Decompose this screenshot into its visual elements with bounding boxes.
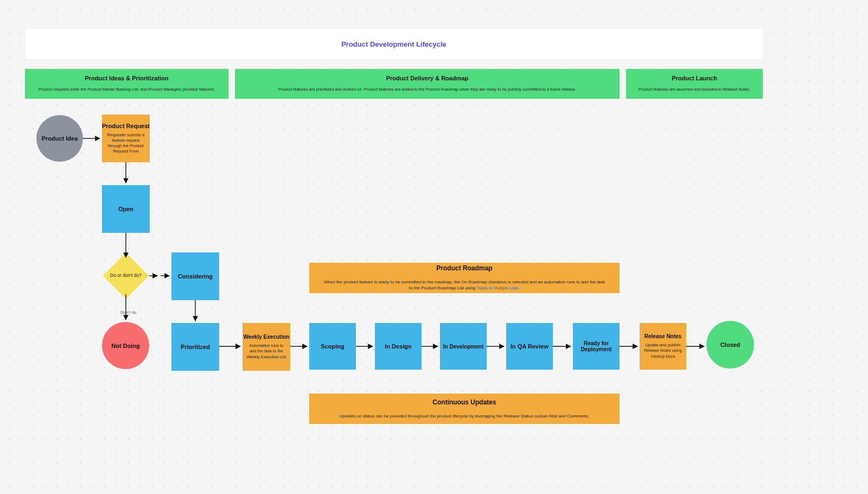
node-title: In Development xyxy=(443,344,483,350)
node-release-notes[interactable]: Release Notes Update and publish Release… xyxy=(640,323,686,370)
phase-title: Product Ideas & Prioritization xyxy=(85,75,168,81)
diagram-title: Product Development Lifecycle xyxy=(25,29,763,59)
node-considering[interactable]: Considering xyxy=(171,252,219,300)
node-in-development[interactable]: In Development xyxy=(440,323,487,370)
decision-diamond: Do or don't do? xyxy=(103,253,149,299)
node-title: Scoping xyxy=(321,343,344,350)
diagram-canvas[interactable]: Product Development Lifecycle Product Id… xyxy=(0,0,868,494)
node-product-request[interactable]: Product Request Requester submits a feat… xyxy=(102,115,150,162)
phase-sub: Product features are launched and includ… xyxy=(635,87,754,92)
diagram-title-text: Product Development Lifecycle xyxy=(341,40,446,48)
node-in-qa-review[interactable]: In QA Review xyxy=(506,323,553,370)
phase-title: Product Launch xyxy=(672,75,717,81)
node-sub: Updates on status can be provided throug… xyxy=(336,414,592,420)
roadmap-link[interactable]: Tasks in Multiple Lists. xyxy=(477,286,520,290)
node-title: Continuous Updates xyxy=(432,398,496,406)
node-title: Weekly Execution xyxy=(244,334,290,340)
phase-title: Product Delivery & Roadmap xyxy=(386,75,469,81)
node-sub: When the product feature is ready to be … xyxy=(319,280,610,292)
node-title: Product Roadmap xyxy=(436,264,492,272)
node-title: Considering xyxy=(178,273,213,280)
phase-sub: Product requests enter the Product Maste… xyxy=(35,87,219,92)
node-sub: Requester submits a feature request thro… xyxy=(102,132,150,155)
phase-ideas: Product Ideas & Prioritization Product r… xyxy=(25,69,228,99)
node-prioritized[interactable]: Prioritized xyxy=(171,323,219,371)
edge-label-dontdo: Don't do xyxy=(120,310,137,315)
node-title: Do or don't do? xyxy=(110,273,142,278)
node-decision[interactable]: Do or don't do? xyxy=(110,259,142,292)
node-title: In Design xyxy=(385,343,412,350)
node-product-roadmap[interactable]: Product Roadmap When the product feature… xyxy=(309,263,620,293)
node-title: Closed xyxy=(720,341,741,348)
node-title: In QA Review xyxy=(510,343,548,350)
node-product-idea[interactable]: Product Idea xyxy=(36,115,83,162)
node-continuous-updates[interactable]: Continuous Updates Updates on status can… xyxy=(309,394,620,424)
phase-sub: Product features are prioritized and wor… xyxy=(275,87,579,92)
node-title: Product Request xyxy=(102,123,150,129)
phase-delivery: Product Delivery & Roadmap Product featu… xyxy=(235,69,620,99)
node-scoping[interactable]: Scoping xyxy=(309,323,356,370)
node-ready-deployment[interactable]: Ready for Deployment xyxy=(573,323,620,370)
node-sub: Automation runs to add the task to the W… xyxy=(242,343,290,359)
phase-launch: Product Launch Product features are laun… xyxy=(626,69,763,99)
node-title: Not Doing xyxy=(111,343,140,349)
node-open[interactable]: Open xyxy=(102,185,150,233)
node-weekly-execution[interactable]: Weekly Execution Automation runs to add … xyxy=(242,323,290,371)
node-sub: Update and publish Release Notes using C… xyxy=(640,343,686,359)
node-title: Ready for Deployment xyxy=(573,340,620,352)
node-title: Release Notes xyxy=(644,333,681,339)
node-title: Open xyxy=(118,206,133,212)
node-not-doing[interactable]: Not Doing xyxy=(102,322,149,369)
node-in-design[interactable]: In Design xyxy=(375,323,422,370)
node-title: Product Idea xyxy=(42,135,78,142)
roadmap-desc: When the product feature is ready to be … xyxy=(324,280,605,290)
node-title: Prioritized xyxy=(181,344,210,350)
node-closed[interactable]: Closed xyxy=(706,321,754,369)
